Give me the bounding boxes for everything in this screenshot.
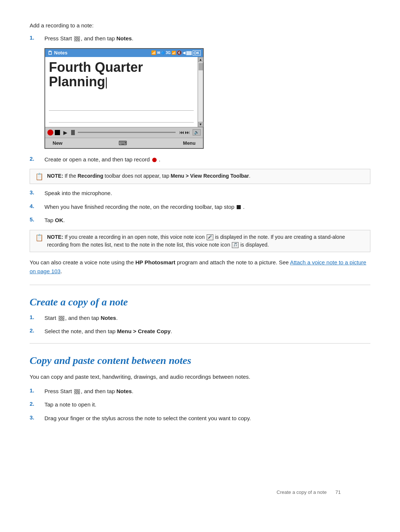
section2-step-3: 3. Drag your finger or the stylus across… [30,414,370,423]
device-line-2 [49,112,194,123]
section2-step-3-content: Drag your finger or the stylus across th… [44,414,251,423]
intro-text: Add a recording to a note: [30,22,370,29]
step-1: 1. Press Start , and then tap Notes. [30,34,370,43]
step-5-number: 5. [30,216,44,222]
scroll-up[interactable]: ▲ [198,57,203,62]
step-3-content: Speak into the microphone. [44,189,112,198]
step-2-content: Create or open a note, and then tap reco… [44,155,160,164]
footer-section-label: Create a copy of a note [277,489,327,495]
notes-titlebar-label: Notes [54,50,67,56]
start-icon-3 [74,389,80,394]
device-titlebar-icons: 📶 ✉ 🔷 3G 📶 🔇 ◀ ▓▓ OK [151,50,201,56]
step-4-content: When you have finished recording the not… [44,203,244,211]
step-2-number: 2. [30,155,44,162]
note-box-1: 📋 NOTE: If the Recording toolbar does no… [30,169,370,184]
slider-thumb [71,130,75,135]
device-titlebar: 🗒 Notes 📶 ✉ 🔷 3G 📶 🔇 ◀ ▓▓ OK [45,49,203,57]
device-mockup: 🗒 Notes 📶 ✉ 🔷 3G 📶 🔇 ◀ ▓▓ OK Fourth Quar… [44,48,204,149]
scrollbar[interactable]: ▲ ▼ [198,57,203,127]
bottom-menu-button[interactable]: Menu [183,140,196,146]
bluetooth-icon: 🔷 [161,51,165,55]
device-note-title-line2: Planning [49,74,194,89]
device-line-1 [49,100,194,111]
mute-icon: 🔇 [177,50,182,55]
step-3-number: 3. [30,189,44,195]
note-icon-1: 📋 [35,173,43,181]
keyboard-icon[interactable]: ⌨ [119,140,127,147]
device-note-title-line1: Fourth Quarter [49,60,194,75]
email-icon: ✉ [157,51,160,55]
step-3: 3. Speak into the microphone. [30,189,370,198]
ok-button[interactable]: OK [193,50,201,56]
scroll-down[interactable]: ▼ [198,122,203,127]
section-divider-1 [30,285,370,285]
back-icon: ◀ [183,51,186,55]
section2-intro: You can copy and paste text, handwriting… [30,372,370,381]
section1-heading: Create a copy of a note [30,296,370,308]
record-dot-icon [152,158,157,162]
device-titlebar-left: 🗒 Notes [47,50,67,56]
battery-signal: 📶 [171,51,176,55]
section1-step-2: 2. Select the note, and then tap Menu > … [30,327,370,336]
step-1-number: 1. [30,34,44,41]
scroll-track [198,62,203,122]
start-icon [74,36,80,41]
3g-label: 3G [166,51,171,55]
skip-fwd-button[interactable]: ⏭ [185,130,190,135]
section1-step-2-number: 2. [30,327,44,334]
scroll-thumb [199,63,203,70]
device-bottom-bar: New ⌨ Menu [45,138,203,148]
notes-titlebar-icon: 🗒 [47,50,53,56]
play-button[interactable]: ▶ [61,129,69,136]
device-note-content: Fourth Quarter Planning [45,57,198,127]
step-2: 2. Create or open a note, and then tap r… [30,155,370,164]
section2-step-2: 2. Tap a note to open it. [30,401,370,409]
note-text-2: NOTE: If you create a recording in an op… [47,233,365,249]
section1-step-1-number: 1. [30,314,44,320]
page-footer: Create a copy of a note 71 [269,489,341,495]
section2-step-2-number: 2. [30,401,44,407]
device-recording-toolbar: ▶ ⏮ ⏭ 🔊 [45,127,203,138]
footer-page-number: 71 [336,489,341,495]
extra-paragraph: You can also create a voice note using t… [30,258,370,276]
step-5: 5. Tap OK. [30,216,370,225]
skip-buttons: ⏮ ⏭ [179,130,190,135]
volume-button[interactable]: 🔊 [193,129,201,135]
note-icon-2: 📋 [35,234,43,242]
audio-slider-track[interactable] [78,132,176,133]
record-button[interactable] [47,130,53,135]
section-divider-2 [30,343,370,344]
note-text-1: NOTE: If the Recording toolbar does not … [47,172,250,180]
battery-icon: ▓▓ [186,51,192,55]
section2-step-3-number: 3. [30,414,44,421]
skip-back-button[interactable]: ⏮ [179,130,184,135]
device-content-area: Fourth Quarter Planning ▲ ▼ [45,57,203,127]
signal-icon: 📶 [151,50,156,55]
section2-step-1: 1. Press Start , and then tap Notes. [30,387,370,396]
device-ruled-lines [49,100,194,123]
section2-heading: Copy and paste content between notes [30,355,370,367]
section2-step-1-content: Press Start , and then tap Notes. [44,387,133,396]
section1-step-2-content: Select the note, and then tap Menu > Cre… [44,327,172,336]
photosmart-link[interactable]: Attach a voice note to a picture on page… [30,259,366,274]
note-box-2: 📋 NOTE: If you create a recording in an … [30,230,370,252]
step-4: 4. When you have finished recording the … [30,203,370,211]
section2-step-1-number: 1. [30,387,44,394]
start-icon-2 [59,316,64,321]
section2-step-2-content: Tap a note to open it. [44,401,96,409]
step-4-number: 4. [30,203,44,209]
text-cursor [106,77,107,88]
stop-button[interactable] [55,130,60,135]
step-5-content: Tap OK. [44,216,65,225]
voice-note-icon-inline-2: 🎵 [232,242,239,248]
voice-note-icon-inline-1: 🎤 [207,234,213,240]
section1-step-1-content: Start , and then tap Notes. [44,314,118,322]
stop-square-icon [237,205,241,209]
step-1-content: Press Start , and then tap Notes. [44,34,133,43]
bottom-new-button[interactable]: New [53,140,63,146]
section1-step-1: 1. Start , and then tap Notes. [30,314,370,322]
